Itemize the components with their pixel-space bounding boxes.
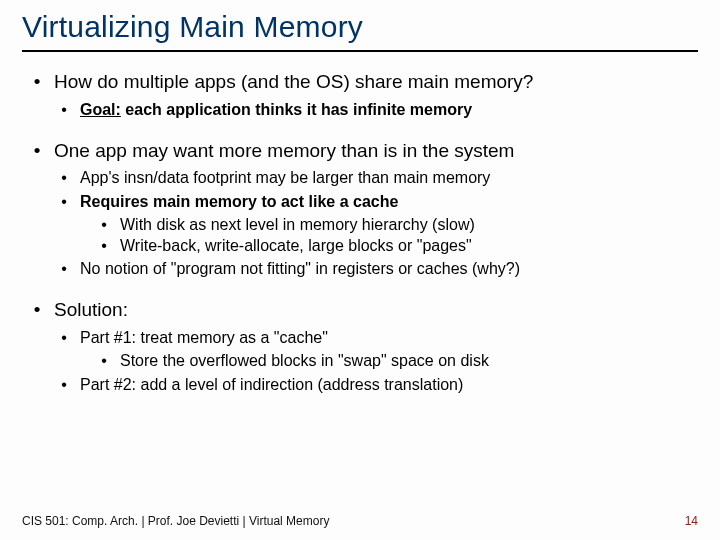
bullet-text: Goal: each application thinks it has inf…	[80, 100, 472, 121]
bullet-text: With disk as next level in memory hierar…	[120, 215, 475, 236]
list-item: • Requires main memory to act like a cac…	[22, 192, 698, 256]
list-item: • With disk as next level in memory hier…	[22, 215, 698, 236]
list-item: • Part #1: treat memory as a "cache" • S…	[22, 328, 698, 372]
list-item: • Solution: • Part #1: treat memory as a…	[22, 298, 698, 395]
slide-title: Virtualizing Main Memory	[22, 10, 698, 52]
bullet-icon: •	[96, 236, 112, 257]
list-item: • How do multiple apps (and the OS) shar…	[22, 70, 698, 121]
list-item: • Write-back, write-allocate, large bloc…	[22, 236, 698, 257]
bullet-text: App's insn/data footprint may be larger …	[80, 168, 490, 189]
list-item: • Store the overflowed blocks in "swap" …	[22, 351, 698, 372]
page-number: 14	[685, 514, 698, 528]
bullet-text: One app may want more memory than is in …	[54, 139, 514, 163]
list-item: • App's insn/data footprint may be large…	[22, 168, 698, 189]
bullet-icon: •	[28, 298, 46, 322]
bullet-text: No notion of "program not fitting" in re…	[80, 259, 520, 280]
list-item: • No notion of "program not fitting" in …	[22, 259, 698, 280]
bullet-icon: •	[56, 192, 72, 213]
list-item: • One app may want more memory than is i…	[22, 139, 698, 281]
bullet-icon: •	[56, 259, 72, 280]
bullet-icon: •	[96, 351, 112, 372]
list-item: • Goal: each application thinks it has i…	[22, 100, 698, 121]
bullet-text: Write-back, write-allocate, large blocks…	[120, 236, 472, 257]
bullet-icon: •	[28, 70, 46, 94]
bullet-icon: •	[28, 139, 46, 163]
goal-label: Goal:	[80, 101, 121, 118]
bullet-text: Part #2: add a level of indirection (add…	[80, 375, 463, 396]
bullet-text: Requires main memory to act like a cache	[80, 192, 398, 213]
footer-text: CIS 501: Comp. Arch. | Prof. Joe Deviett…	[22, 514, 329, 528]
bullet-text: Solution:	[54, 298, 128, 322]
bullet-text: How do multiple apps (and the OS) share …	[54, 70, 533, 94]
slide-footer: CIS 501: Comp. Arch. | Prof. Joe Deviett…	[22, 514, 698, 528]
bullet-text: Part #1: treat memory as a "cache"	[80, 328, 328, 349]
bullet-list: • How do multiple apps (and the OS) shar…	[22, 70, 698, 395]
bullet-icon: •	[96, 215, 112, 236]
list-item: • Part #2: add a level of indirection (a…	[22, 375, 698, 396]
bullet-icon: •	[56, 100, 72, 121]
bullet-icon: •	[56, 168, 72, 189]
bullet-icon: •	[56, 375, 72, 396]
bullet-text: Store the overflowed blocks in "swap" sp…	[120, 351, 489, 372]
goal-rest: each application thinks it has infinite …	[121, 101, 472, 118]
bullet-icon: •	[56, 328, 72, 349]
